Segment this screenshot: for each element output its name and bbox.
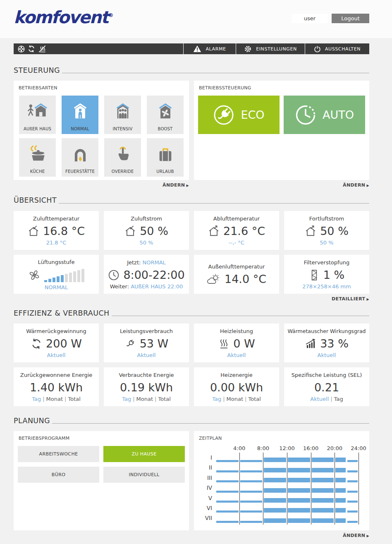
- aendern-link[interactable]: ÄNDERN▶: [343, 533, 369, 538]
- fan-level-bar: [48, 279, 51, 282]
- schedule-bar: [264, 488, 286, 493]
- away-icon: [27, 96, 48, 127]
- betriebssteuerung-aendern-row: ÄNDERN▶: [194, 182, 369, 188]
- betriebsarten-label: BETRIEBSARTEN: [18, 85, 185, 91]
- schedule-bar: [335, 478, 346, 482]
- extract-air-icon: [208, 225, 220, 237]
- mode-label: AUßER HAUS: [24, 127, 51, 131]
- tile-waermerueckgewinnung: Wärmerückgewinnung 200 W Aktuell: [14, 324, 99, 362]
- eco-button[interactable]: ECO: [198, 96, 280, 134]
- betriebsprogramm-panel: BETRIEBSPROGRAMM ARBEITSWOCHE ZU HAUSE B…: [14, 431, 189, 530]
- title-rule: [62, 73, 369, 73]
- tag-link[interactable]: Tag: [32, 396, 41, 402]
- mode-intensiv[interactable]: INTENSIV: [104, 96, 141, 134]
- mode-urlaub[interactable]: URLAUB: [147, 138, 184, 177]
- schedule-bar: [288, 518, 310, 523]
- heat-icon: [218, 338, 229, 350]
- mode-kueche[interactable]: KÜCHE: [19, 138, 56, 177]
- aktuell-link[interactable]: Aktuell: [47, 352, 66, 358]
- tile-value: 50 %: [140, 225, 168, 237]
- schedule-bar: [312, 478, 334, 482]
- schedule-bar: [240, 521, 263, 523]
- aktuell-link[interactable]: Aktuell: [318, 352, 336, 358]
- tile-title: Wärmerückgewinnung: [26, 328, 86, 334]
- schedule-bar: [216, 480, 239, 482]
- auto-button[interactable]: AUTO: [284, 96, 365, 134]
- tag-link[interactable]: Tag: [212, 396, 221, 402]
- program-arbeitswoche[interactable]: ARBEITSWOCHE: [18, 446, 99, 462]
- schedule-row-label: VI: [198, 505, 212, 511]
- axis-tick: 24:00: [351, 445, 366, 451]
- logout-button[interactable]: Logout: [332, 14, 369, 23]
- mode-grid: AUßER HAUS NORMAL INTENSIV: [18, 96, 185, 177]
- tile-value: 16.8 °C: [43, 225, 85, 237]
- section-title: EFFIZIENZ & VERBRAUCH: [14, 309, 110, 317]
- filter-dimensions: 278×258×46 mm: [302, 283, 351, 290]
- separator: |: [223, 396, 225, 402]
- schedule-bar: [288, 478, 310, 482]
- mode-boost[interactable]: BOOST: [147, 96, 184, 134]
- username-input[interactable]: [292, 14, 328, 23]
- nav-power[interactable]: AUSSCHALTEN: [305, 43, 369, 54]
- clock-icon: [108, 269, 120, 281]
- aktuell-link[interactable]: Aktuell: [227, 352, 246, 358]
- tile-title: Ablufttemperatur: [213, 216, 260, 222]
- mode-ausser-haus[interactable]: AUßER HAUS: [19, 96, 56, 134]
- tile-title: Jetzt: NORMAL: [127, 259, 166, 266]
- aktuell-link[interactable]: Aktuell: [137, 352, 156, 358]
- tile-value: 0.19 kWh: [120, 381, 173, 394]
- period-links: Aktuell|Tag: [310, 396, 343, 402]
- gear-icon: [244, 45, 252, 53]
- schedule-bar: [216, 521, 239, 523]
- schedule-row: V: [215, 494, 359, 504]
- mode-label: FEUERSTÄTTE: [65, 169, 95, 174]
- arrow-right-icon: ▶: [186, 184, 189, 187]
- aktuell-link[interactable]: Aktuell: [310, 396, 329, 402]
- nav-settings[interactable]: EINSTELLUNGEN: [236, 43, 305, 54]
- total-link[interactable]: Total: [158, 396, 170, 402]
- schedule-bar: [288, 498, 310, 503]
- tile-zuluftstrom: Zuluftstrom 50 % 50 %: [104, 211, 189, 250]
- mode-label: KÜCHE: [30, 169, 45, 174]
- komfovent-logo: komfovent®: [14, 7, 113, 27]
- tag-link[interactable]: Tag: [334, 396, 343, 402]
- axis-tick: 8:00: [257, 445, 269, 451]
- aendern-link[interactable]: ÄNDERN▶: [163, 182, 189, 188]
- nav-alarms[interactable]: ALARME: [183, 43, 236, 54]
- section-effizienz-title: EFFIZIENZ & VERBRAUCH: [14, 309, 369, 317]
- plug-icon: [124, 338, 136, 350]
- navbar: ALARME EINSTELLUNGEN AUSSCHALTEN: [14, 43, 369, 54]
- schedule-bar: [216, 460, 239, 462]
- zeitplan-chart: 4:008:0012:0016:0020:0024:00 IIIIIIIVVVI…: [198, 445, 365, 525]
- schedule-bar: [264, 498, 286, 503]
- section-title: ÜBERSICHT: [14, 197, 57, 204]
- tile-wirkungsgrad: Wärmetauscher Wirkungsgrad 33 % Aktuell: [284, 324, 369, 362]
- total-link[interactable]: Total: [248, 396, 261, 402]
- total-link[interactable]: Total: [68, 396, 80, 402]
- schedule-row-label: II: [198, 464, 212, 471]
- schedule-bar: [264, 458, 286, 462]
- program-zu-hause[interactable]: ZU HAUSE: [103, 446, 185, 462]
- tag-link[interactable]: Tag: [122, 396, 131, 402]
- fan-level-bar: [53, 278, 55, 282]
- schedule-bar: [312, 458, 334, 462]
- monat-link[interactable]: Monat: [227, 396, 243, 402]
- aendern-label: ÄNDERN: [343, 182, 365, 188]
- boost-icon: [155, 96, 176, 127]
- nav-power-label: AUSSCHALTEN: [325, 46, 361, 52]
- mode-feuerstaette[interactable]: FEUERSTÄTTE: [62, 138, 98, 177]
- program-buero[interactable]: BÜRO: [18, 467, 99, 483]
- tile-title: Zuluftstrom: [131, 216, 162, 222]
- title-rule: [59, 203, 369, 204]
- detailliert-link[interactable]: DETAILLIERT▶: [332, 296, 369, 302]
- monat-link[interactable]: Monat: [46, 396, 63, 402]
- mode-normal[interactable]: NORMAL: [62, 96, 98, 134]
- aendern-link[interactable]: ÄNDERN▶: [343, 182, 369, 188]
- betriebsarten-aendern-row: ÄNDERN▶: [14, 182, 189, 188]
- tile-value: 1 %: [323, 268, 344, 281]
- betriebsarten-panel: BETRIEBSARTEN AUßER HAUS NORMAL: [14, 81, 189, 180]
- monat-link[interactable]: Monat: [136, 396, 153, 402]
- control-buttons: ECO AUTO: [198, 96, 365, 134]
- mode-override[interactable]: OVERRIDE: [104, 138, 141, 177]
- program-individuell[interactable]: INDIVIDUELL: [103, 467, 185, 483]
